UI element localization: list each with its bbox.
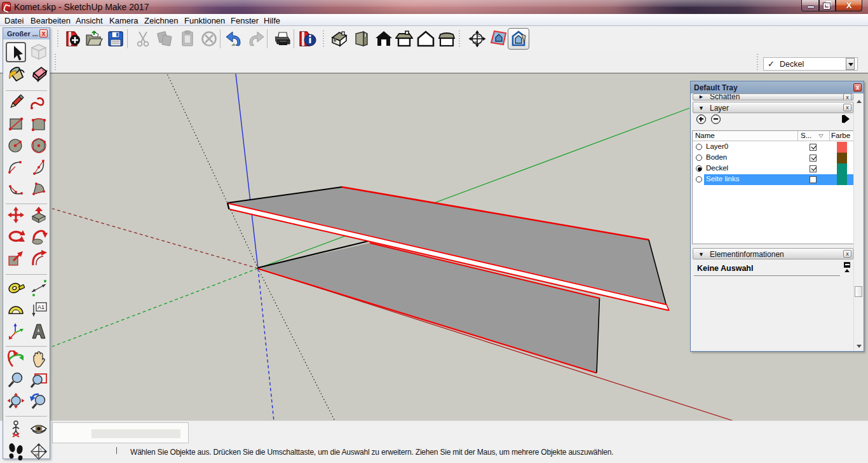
svg-text:C: C: [40, 447, 43, 451]
svg-text:AB: AB: [34, 453, 39, 457]
svg-text:C: C: [478, 34, 481, 38]
svg-text:A1: A1: [37, 304, 44, 310]
svg-text:AB: AB: [473, 41, 477, 45]
